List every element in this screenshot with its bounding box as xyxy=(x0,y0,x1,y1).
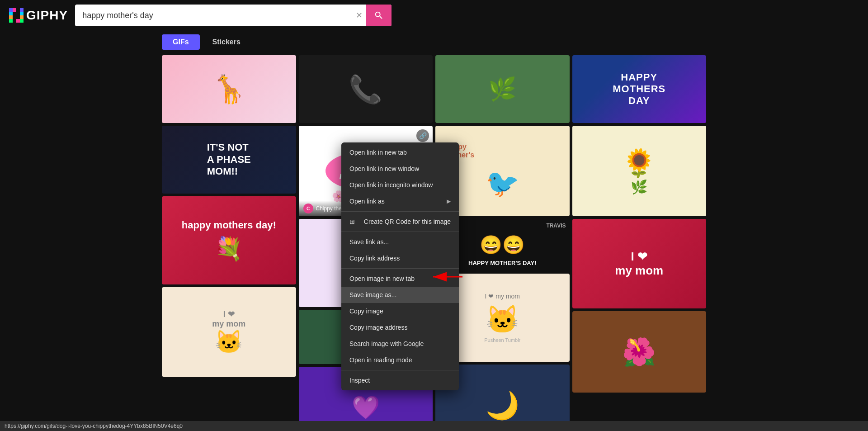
tab-bar: GIFs Stickers xyxy=(0,31,868,55)
ctx-create-qr[interactable]: ⊞ Create QR Code for this image xyxy=(341,213,459,230)
gif-biden[interactable]: 📞 xyxy=(299,55,433,123)
gif-i-love-mom[interactable]: I ❤my mom xyxy=(572,219,707,308)
grid-col-4: HAPPYMOTHERSDAY 🌻 🌿 I ❤my mom 🌺 xyxy=(572,55,707,431)
svg-rect-0 xyxy=(9,8,13,12)
clear-search-button[interactable]: ✕ xyxy=(352,8,366,23)
ctx-inspect[interactable]: Inspect xyxy=(341,372,459,388)
status-bar: https://giphy.com/gifs/dog-i-love-you-ch… xyxy=(0,421,868,431)
search-input[interactable] xyxy=(75,11,352,20)
gif-giraffe[interactable]: 🦒 xyxy=(162,55,296,123)
svg-rect-1 xyxy=(9,12,13,15)
logo[interactable]: GIPHY xyxy=(9,8,68,23)
ctx-separator-3 xyxy=(341,268,459,269)
emo-text: IT'S NOTA PHASEMOM!! xyxy=(200,134,258,185)
ctx-separator-1 xyxy=(341,211,459,212)
tab-stickers[interactable]: Stickers xyxy=(202,34,251,50)
open-link-as-arrow: ▶ xyxy=(447,198,451,204)
gif-emo-mom[interactable]: IT'S NOTA PHASEMOM!! xyxy=(162,126,296,194)
svg-rect-9 xyxy=(16,19,20,23)
search-icon xyxy=(374,10,384,20)
gif-mothers-banner[interactable]: HAPPYMOTHERSDAY xyxy=(572,55,707,123)
link-icon: 🔗 xyxy=(416,129,429,142)
ctx-save-image-as[interactable]: Save image as... xyxy=(341,287,459,303)
ctx-open-new-tab[interactable]: Open link in new tab xyxy=(341,144,459,161)
svg-rect-7 xyxy=(20,15,24,19)
grid-col-1: 🦒 IT'S NOTA PHASEMOM!! happy mothers day… xyxy=(162,55,296,431)
logo-text: GIPHY xyxy=(26,8,68,23)
search-button[interactable] xyxy=(366,5,392,26)
giphy-logo-icon xyxy=(9,8,24,23)
ctx-search-google-image[interactable]: Search image with Google xyxy=(341,336,459,352)
gif-happy-mothers-left[interactable]: happy mothers day! 💐 xyxy=(162,196,296,284)
gif-cat-mom-left[interactable]: I ❤ my mom 🐱 xyxy=(162,287,296,377)
svg-rect-4 xyxy=(13,8,16,12)
ctx-separator-4 xyxy=(341,370,459,370)
tab-gifs[interactable]: GIFs xyxy=(162,34,200,50)
ctx-copy-image[interactable]: Copy image xyxy=(341,303,459,319)
ctx-save-link-as[interactable]: Save link as... xyxy=(341,234,459,250)
gif-woman-outdoor[interactable]: 🌿 xyxy=(435,55,570,123)
svg-rect-5 xyxy=(20,8,24,12)
context-menu: Open link in new tab Open link in new wi… xyxy=(341,142,459,390)
gif-flowers-2[interactable]: 🌺 xyxy=(572,311,707,393)
search-bar: ✕ xyxy=(75,5,392,26)
ctx-open-link-as[interactable]: Open link as ▶ xyxy=(341,193,459,209)
ctx-open-new-window[interactable]: Open link in new window xyxy=(341,161,459,177)
ctx-open-reading-mode[interactable]: Open in reading mode xyxy=(341,352,459,368)
svg-rect-3 xyxy=(9,19,13,23)
ctx-copy-link-address[interactable]: Copy link address xyxy=(341,250,459,266)
ctx-open-incognito[interactable]: Open link in incognito window xyxy=(341,177,459,193)
ctx-copy-image-address[interactable]: Copy image address xyxy=(341,319,459,336)
ctx-separator-2 xyxy=(341,232,459,232)
header: GIPHY ✕ xyxy=(0,0,868,31)
qr-icon: ⊞ xyxy=(349,218,355,225)
svg-rect-6 xyxy=(20,12,24,15)
ctx-open-image-new-tab[interactable]: Open image in new tab xyxy=(341,270,459,287)
svg-rect-8 xyxy=(20,19,24,23)
svg-rect-2 xyxy=(9,15,13,19)
status-url: https://giphy.com/gifs/dog-i-love-you-ch… xyxy=(5,423,183,429)
gif-yellow-flowers[interactable]: 🌻 🌿 xyxy=(572,126,707,216)
user-avatar: C xyxy=(303,204,313,213)
